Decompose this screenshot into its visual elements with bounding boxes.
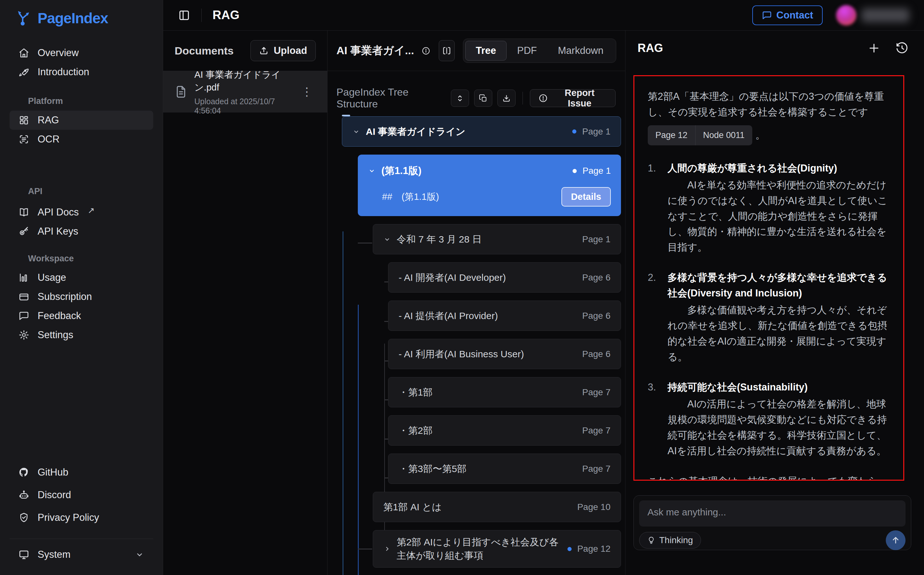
sidebar-item-ocr[interactable]: OCR (10, 130, 153, 149)
tree-node[interactable]: 第1部 AI とは Page 10 (373, 492, 621, 522)
tree-node[interactable]: 第2部 AIにより目指すべき社会及び各主体が取り組む事項 Page 12 (373, 530, 621, 568)
document-menu-icon[interactable]: ⋮ (298, 84, 316, 99)
sidebar-item-api-docs[interactable]: API Docs ↗ (10, 203, 153, 222)
tree-node-page: Page 10 (577, 502, 610, 512)
node-markdown-preview: ## (第1.1版) (382, 191, 439, 203)
gear-icon (19, 330, 29, 340)
answer-highlight-region: 第2部A「基本理念」の要点は以下の3つの価値を尊重し、その実現を追求する社会を構… (633, 75, 904, 481)
list-item: 2. 多様な背景を持つ人々が多様な幸せを追求できる社会(Diversity an… (648, 270, 890, 365)
list-item-text: AIの活用によって社会の格差を解消し、地球規模の環境問題や気候変動などにも対応で… (667, 397, 890, 459)
page-title: RAG (212, 8, 239, 22)
tree-connector (358, 243, 372, 243)
monitor-icon (19, 549, 29, 560)
answer-closing: これらの基本理念は、技術の発展によっても変わらず、今後も目指すべき理念であり続け… (648, 473, 890, 481)
tab-pdf[interactable]: PDF (507, 41, 547, 60)
sidebar-item-privacy-policy[interactable]: Privacy Policy (10, 508, 153, 527)
sidebar-item-usage[interactable]: Usage (10, 268, 153, 287)
tree-node-root[interactable]: AI 事業者ガイドライン Page 1 (342, 116, 621, 147)
sidebar-item-api-keys[interactable]: API Keys (10, 222, 153, 241)
chat-input-container: Ask me anything... Thinking (633, 495, 911, 550)
report-issue-label: Report Issue (552, 87, 607, 109)
split-view-button[interactable] (439, 40, 455, 61)
contact-button[interactable]: Contact (752, 5, 823, 25)
sidebar-item-label: GitHub (38, 467, 68, 478)
list-number: 1. (648, 160, 667, 256)
info-icon[interactable] (422, 45, 431, 57)
sidebar-item-subscription[interactable]: Subscription (10, 287, 153, 306)
tree-node[interactable]: - AI 提供者(AI Provider) Page 6 (388, 300, 621, 331)
tree-node[interactable]: ・第2部 Page 7 (388, 415, 621, 446)
sidebar-item-github[interactable]: GitHub (10, 463, 153, 482)
document-viewer-panel: AI 事業者ガイ... Tree PDF Markdown PageIndex … (328, 30, 626, 575)
sidebar-item-rag[interactable]: RAG (10, 111, 153, 130)
chevron-down-icon (368, 167, 376, 175)
list-item-body: 人間の尊厳が尊重される社会(Dignity) AIを単なる効率性や利便性の追求の… (667, 160, 890, 256)
tree-connector (358, 548, 372, 550)
sidebar-item-label: RAG (38, 114, 59, 126)
tree-toolbar: PageIndex Tree Structure Report Issue (336, 86, 616, 110)
tree-node[interactable]: ・第1部 Page 7 (388, 377, 621, 407)
sidebar-item-introduction[interactable]: Introduction (10, 62, 153, 82)
list-item-body: 多様な背景を持つ人々が多様な幸せを追求できる社会(Diversity and I… (667, 270, 890, 365)
arrow-up-icon (891, 535, 900, 545)
sidebar-item-label: Privacy Policy (38, 512, 99, 523)
list-item-text: AIを単なる効率性や利便性の追求のためだけに使うのではなく、人間がAIを道具とし… (667, 178, 890, 256)
pageindex-logo-icon (17, 10, 34, 27)
app-root: PageIndex Overview Introduction Platform… (0, 0, 924, 575)
list-number: 3. (648, 380, 667, 459)
home-icon (19, 48, 29, 58)
copy-button[interactable] (474, 90, 492, 107)
document-list-item[interactable]: AI 事業者ガイドライン.pdf Uploaded at 2025/10/7 4… (163, 71, 327, 113)
theme-selector[interactable]: System (10, 544, 153, 565)
tree-node-label: 第1部 AI とは (383, 495, 572, 519)
answer-period: 。 (756, 127, 766, 143)
tab-tree[interactable]: Tree (465, 41, 507, 60)
expand-collapse-button[interactable] (451, 90, 469, 107)
logo-text: PageIndex (38, 10, 108, 27)
sidebar-item-settings[interactable]: Settings (10, 326, 153, 345)
tree-node-label: ・第2部 (399, 419, 576, 442)
chevron-right-icon (383, 545, 391, 553)
tree-node[interactable]: - AI 利用者(AI Business User) Page 6 (388, 339, 621, 369)
sidebar-item-label: Overview (38, 47, 79, 59)
documents-title: Documents (174, 44, 233, 57)
shield-check-icon (19, 512, 29, 523)
chat-input[interactable]: Ask me anything... (639, 500, 905, 527)
selected-node-header: (第1.1版) Page 1 (368, 164, 611, 178)
sidebar-item-label: Usage (38, 272, 66, 283)
tree-node-selected[interactable]: (第1.1版) Page 1 ## (第1.1版) Details (358, 154, 621, 216)
page-dot (572, 169, 577, 173)
toolbar-divider (523, 92, 523, 105)
tree-node-page: Page 7 (582, 387, 610, 397)
tree-node-page: Page 7 (582, 426, 610, 436)
avatar[interactable] (836, 5, 856, 25)
viewer-header: AI 事業者ガイ... Tree PDF Markdown (328, 30, 625, 71)
download-button[interactable] (498, 90, 515, 107)
citation-row: Page 12 Node 0011 。 (648, 125, 890, 145)
username-redacted (862, 8, 909, 22)
citation-badge[interactable]: Page 12 Node 0011 (648, 125, 752, 145)
tree-node[interactable]: ・第3部〜第5部 Page 7 (388, 454, 621, 484)
new-chat-icon[interactable] (867, 41, 881, 55)
sidebar-item-discord[interactable]: Discord (10, 485, 153, 505)
sidebar-item-feedback[interactable]: Feedback (10, 306, 153, 326)
chevron-down-icon (383, 235, 391, 243)
thinking-toggle-button[interactable]: Thinking (639, 532, 701, 548)
tree-node[interactable]: 令和 7 年 3 月 28 日 Page 1 (373, 224, 621, 254)
sidebar-item-overview[interactable]: Overview (10, 43, 153, 62)
alert-circle-icon (539, 94, 548, 103)
tab-markdown[interactable]: Markdown (547, 41, 614, 60)
section-label-platform: Platform (10, 96, 153, 106)
details-button[interactable]: Details (561, 187, 611, 206)
upload-button[interactable]: Upload (250, 40, 316, 61)
tree-node-page: Page 6 (582, 311, 610, 321)
send-button[interactable] (886, 531, 905, 550)
report-issue-button[interactable]: Report Issue (530, 89, 616, 107)
tree-node[interactable]: - AI 開発者(AI Developer) Page 6 (388, 262, 621, 292)
history-icon[interactable] (895, 41, 909, 55)
page-dot (572, 129, 576, 133)
section-label-workspace: Workspace (10, 254, 153, 264)
split-panel-icon (442, 46, 452, 56)
list-item-title: 多様な背景を持つ人々が多様な幸せを追求できる社会(Diversity and I… (667, 270, 890, 301)
sidebar-toggle-icon[interactable] (178, 9, 190, 22)
